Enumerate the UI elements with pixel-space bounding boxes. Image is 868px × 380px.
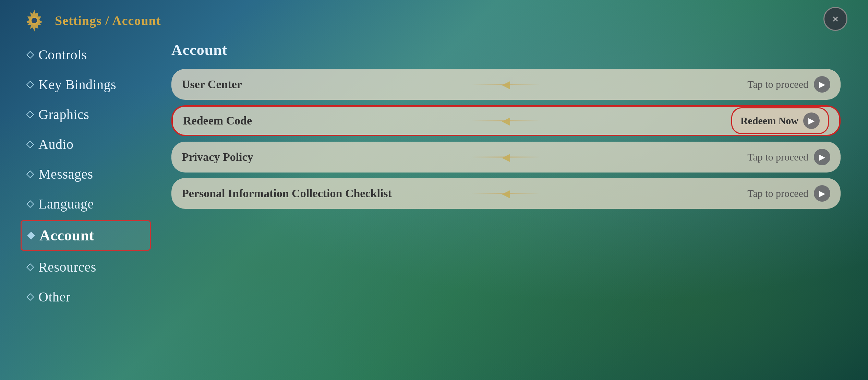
settings-panel: Settings / Account × Controls Key Bindin… [0, 0, 868, 380]
breadcrumb: Settings / Account [55, 13, 161, 28]
sidebar-item-graphics[interactable]: Graphics [21, 101, 151, 128]
sidebar-label: Graphics [38, 106, 89, 122]
personal-info-action: Tap to proceed ▶ [747, 185, 830, 202]
deco-arrow-icon: ◄ [499, 149, 513, 165]
redeem-now-label: Redeem Now [740, 115, 798, 127]
header: Settings / Account [21, 7, 161, 34]
redeem-now-action[interactable]: Redeem Now ▶ [731, 107, 829, 134]
section-title: Account [171, 41, 841, 59]
sidebar-label: Audio [38, 136, 74, 152]
tap-to-proceed-label: Tap to proceed [747, 188, 808, 199]
close-button[interactable]: × [823, 7, 847, 31]
sidebar-item-language[interactable]: Language [21, 190, 151, 217]
tap-to-proceed-label: Tap to proceed [747, 151, 808, 163]
privacy-policy-row[interactable]: Privacy Policy ◄ Tap to proceed ▶ [171, 142, 841, 173]
user-center-row[interactable]: User Center ◄ Tap to proceed ▶ [171, 69, 841, 100]
redeem-circle-icon: ▶ [803, 112, 820, 129]
privacy-policy-action: Tap to proceed ▶ [747, 149, 830, 165]
sidebar-item-account[interactable]: Account [21, 220, 151, 251]
diamond-icon [26, 51, 34, 59]
sidebar-label: Messages [38, 166, 93, 182]
diamond-icon [26, 293, 34, 301]
gear-icon [21, 7, 48, 34]
sidebar-label: Resources [38, 259, 96, 275]
diamond-icon [26, 200, 34, 208]
settings-rows: User Center ◄ Tap to proceed ▶ Redeem Co… [171, 69, 841, 209]
proceed-circle-icon: ▶ [814, 149, 830, 165]
user-center-action: Tap to proceed ▶ [747, 76, 830, 93]
close-icon: × [832, 13, 839, 25]
diamond-icon [26, 263, 34, 271]
deco-arrow-icon: ◄ [499, 186, 513, 202]
sidebar-label: Other [38, 289, 71, 305]
tap-to-proceed-label: Tap to proceed [747, 79, 808, 90]
sidebar-item-other[interactable]: Other [21, 283, 151, 310]
diamond-icon [26, 140, 34, 148]
sidebar-item-controls[interactable]: Controls [21, 41, 151, 68]
sidebar: Controls Key Bindings Graphics Audio Mes… [21, 34, 151, 310]
deco-arrow-icon: ◄ [499, 113, 513, 129]
sidebar-item-key-bindings[interactable]: Key Bindings [21, 71, 151, 98]
sidebar-item-audio[interactable]: Audio [21, 131, 151, 158]
sidebar-label: Account [39, 227, 94, 244]
svg-point-1 [32, 18, 37, 23]
proceed-circle-icon: ▶ [814, 185, 830, 202]
sidebar-item-messages[interactable]: Messages [21, 161, 151, 188]
proceed-circle-icon: ▶ [814, 76, 830, 93]
privacy-policy-label: Privacy Policy [182, 151, 747, 164]
diamond-icon [26, 170, 34, 178]
diamond-icon [26, 81, 34, 88]
personal-info-row[interactable]: Personal Information Collection Checklis… [171, 178, 841, 209]
personal-info-label: Personal Information Collection Checklis… [182, 187, 747, 200]
sidebar-label: Language [38, 196, 94, 212]
sidebar-label: Key Bindings [38, 76, 116, 93]
diamond-icon [26, 110, 34, 118]
sidebar-item-resources[interactable]: Resources [21, 253, 151, 281]
user-center-label: User Center [182, 78, 747, 91]
redeem-code-label: Redeem Code [183, 114, 731, 127]
sidebar-label: Controls [38, 47, 87, 63]
deco-arrow-icon: ◄ [499, 76, 513, 93]
redeem-code-row[interactable]: Redeem Code ◄ Redeem Now ▶ [171, 105, 841, 136]
diamond-icon [27, 231, 35, 239]
main-content: Account User Center ◄ Tap to proceed ▶ R… [171, 34, 841, 216]
